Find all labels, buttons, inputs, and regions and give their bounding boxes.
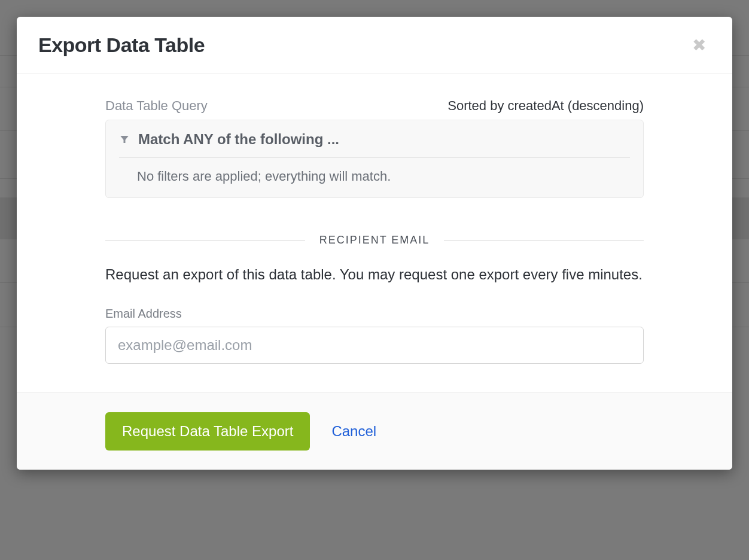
- filter-icon: [119, 134, 130, 145]
- email-input[interactable]: [105, 327, 644, 364]
- modal-header: Export Data Table ✖: [17, 17, 732, 74]
- divider-label: RECIPIENT EMAIL: [319, 234, 430, 246]
- export-description: Request an export of this data table. Yo…: [105, 263, 644, 285]
- query-match-text: Match ANY of the following ...: [138, 131, 339, 148]
- query-label: Data Table Query: [105, 98, 208, 114]
- divider-line-right: [444, 240, 644, 241]
- query-match-row: Match ANY of the following ...: [119, 131, 630, 158]
- request-export-button[interactable]: Request Data Table Export: [105, 412, 310, 451]
- query-box: Match ANY of the following ... No filter…: [105, 120, 644, 198]
- email-field-label: Email Address: [105, 307, 644, 321]
- query-header-row: Data Table Query Sorted by createdAt (de…: [105, 98, 644, 114]
- close-icon[interactable]: ✖: [687, 35, 711, 56]
- modal-footer: Request Data Table Export Cancel: [17, 392, 732, 470]
- query-status-text: No filters are applied; everything will …: [119, 158, 630, 184]
- sort-indicator: Sorted by createdAt (descending): [447, 98, 644, 114]
- modal-title: Export Data Table: [38, 34, 205, 57]
- export-data-table-modal: Export Data Table ✖ Data Table Query Sor…: [17, 17, 732, 470]
- modal-body: Data Table Query Sorted by createdAt (de…: [17, 74, 732, 392]
- section-divider: RECIPIENT EMAIL: [105, 234, 644, 246]
- cancel-button[interactable]: Cancel: [331, 423, 376, 440]
- divider-line-left: [105, 240, 305, 241]
